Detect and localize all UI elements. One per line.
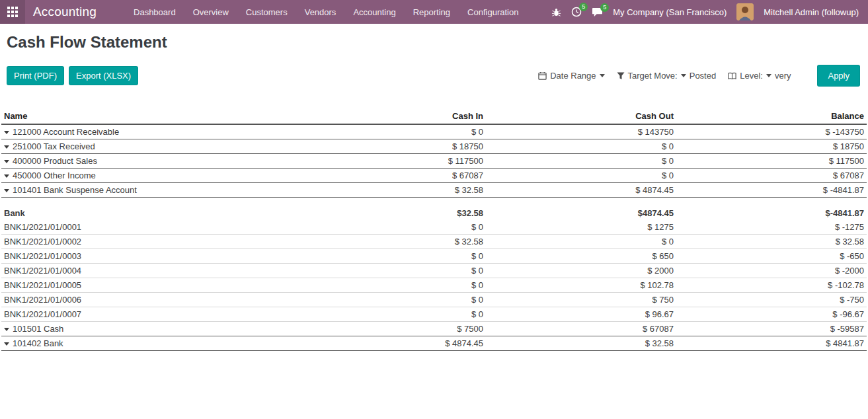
cell-balance: $ -4841.87 bbox=[676, 183, 867, 198]
cell-name: 101402 Bank bbox=[1, 336, 296, 351]
cell-cash-in: $ 0 bbox=[296, 278, 486, 293]
user-menu[interactable]: Mitchell Admin (followup) bbox=[764, 7, 859, 17]
cell-cash-in: $ 117500 bbox=[296, 154, 486, 169]
account-row[interactable]: 400000 Product Sales$ 117500$ 0$ 117500 bbox=[1, 154, 867, 169]
cell-cash-in: $ 0 bbox=[296, 293, 486, 307]
section-row: Bank$32.58$4874.45$-4841.87 bbox=[1, 198, 867, 221]
cell-balance: $ -2000 bbox=[676, 264, 867, 278]
cell-name: 101501 Cash bbox=[1, 322, 296, 336]
debug-bug-icon[interactable] bbox=[551, 7, 561, 17]
grid-icon bbox=[7, 7, 18, 17]
header-balance: Balance bbox=[676, 109, 867, 124]
controls-row: Print (PDF) Export (XLSX) Date Range Tar… bbox=[0, 65, 868, 87]
account-row[interactable]: 101401 Bank Suspense Account$ 32.58$ 487… bbox=[1, 183, 867, 198]
detail-row: BNK1/2021/01/0006$ 0$ 750$ -750 bbox=[1, 293, 867, 307]
company-switcher[interactable]: My Company (San Francisco) bbox=[613, 7, 727, 17]
header-cash-out: Cash Out bbox=[486, 109, 676, 124]
cell-cash-out: $ 67087 bbox=[486, 322, 676, 336]
messages-chat-icon[interactable]: 5 bbox=[592, 7, 603, 17]
row-label: 251000 Tax Received bbox=[13, 141, 95, 151]
menu-item-accounting[interactable]: Accounting bbox=[353, 7, 395, 17]
account-row[interactable]: 121000 Account Receivable$ 0$ 143750$ -1… bbox=[1, 124, 867, 139]
expand-caret-icon[interactable] bbox=[4, 174, 9, 178]
date-range-filter[interactable]: Date Range bbox=[538, 71, 604, 81]
user-avatar[interactable] bbox=[736, 3, 754, 20]
row-label: 101401 Bank Suspense Account bbox=[13, 185, 137, 195]
row-label: BNK1/2021/01/0006 bbox=[4, 295, 81, 305]
detail-row: BNK1/2021/01/0003$ 0$ 650$ -650 bbox=[1, 249, 867, 264]
menu-item-reporting[interactable]: Reporting bbox=[413, 7, 450, 17]
cell-name: 450000 Other Income bbox=[1, 169, 296, 183]
top-nav: DashboardOverviewCustomersVendorsAccount… bbox=[134, 7, 518, 17]
level-label: Level: bbox=[740, 71, 763, 81]
row-label: BNK1/2021/01/0003 bbox=[4, 251, 81, 261]
menu-item-customers[interactable]: Customers bbox=[246, 7, 288, 17]
apply-button[interactable]: Apply bbox=[817, 65, 860, 87]
chevron-down-icon bbox=[600, 74, 605, 77]
detail-row: BNK1/2021/01/0002$ 32.58$ 0$ 32.58 bbox=[1, 235, 867, 249]
expand-caret-icon[interactable] bbox=[4, 160, 9, 163]
row-label: BNK1/2021/01/0004 bbox=[4, 266, 81, 276]
level-value: very bbox=[775, 71, 791, 81]
account-row[interactable]: 251000 Tax Received$ 18750$ 0$ 18750 bbox=[1, 139, 867, 154]
cell-cash-in: $ 0 bbox=[296, 124, 486, 139]
cell-balance: $ -102.78 bbox=[676, 278, 867, 293]
row-label: 400000 Product Sales bbox=[13, 156, 97, 166]
chevron-down-icon bbox=[766, 74, 771, 77]
cell-cash-out: $4874.45 bbox=[486, 198, 676, 221]
expand-caret-icon[interactable] bbox=[4, 145, 9, 149]
cell-cash-in: $ 32.58 bbox=[296, 183, 486, 198]
cell-balance: $ 18750 bbox=[676, 139, 867, 154]
chevron-down-icon bbox=[681, 74, 686, 77]
menu-item-dashboard[interactable]: Dashboard bbox=[134, 7, 176, 17]
cell-balance: $ -1275 bbox=[676, 220, 867, 235]
cell-name: BNK1/2021/01/0002 bbox=[1, 235, 296, 249]
topbar-right: 5 5 My Company (San Francisco) Mitchell … bbox=[551, 3, 868, 20]
topbar: Accounting DashboardOverviewCustomersVen… bbox=[0, 0, 868, 24]
row-label: Bank bbox=[4, 208, 25, 218]
detail-row: BNK1/2021/01/0007$ 0$ 96.67$ -96.67 bbox=[1, 307, 867, 322]
cell-balance: $ -650 bbox=[676, 249, 867, 264]
expand-caret-icon[interactable] bbox=[4, 131, 9, 134]
cell-cash-out: $ 102.78 bbox=[486, 278, 676, 293]
cell-name: BNK1/2021/01/0007 bbox=[1, 307, 296, 322]
row-label: 101402 Bank bbox=[13, 338, 63, 348]
detail-row: BNK1/2021/01/0004$ 0$ 2000$ -2000 bbox=[1, 264, 867, 278]
cell-name: 121000 Account Receivable bbox=[1, 124, 296, 139]
cell-cash-out: $ 96.67 bbox=[486, 307, 676, 322]
cell-name: BNK1/2021/01/0001 bbox=[1, 220, 296, 235]
cell-balance: $ 32.58 bbox=[676, 235, 867, 249]
header-cash-in: Cash In bbox=[296, 109, 486, 124]
cell-cash-in: $ 7500 bbox=[296, 322, 486, 336]
print-pdf-button[interactable]: Print (PDF) bbox=[7, 66, 64, 85]
target-move-filter[interactable]: Target Move: Posted bbox=[617, 71, 717, 81]
level-filter[interactable]: Level: very bbox=[728, 71, 791, 81]
row-label: BNK1/2021/01/0002 bbox=[4, 237, 81, 247]
expand-caret-icon[interactable] bbox=[4, 342, 9, 346]
account-row[interactable]: 450000 Other Income$ 67087$ 0$ 67087 bbox=[1, 169, 867, 183]
expand-caret-icon[interactable] bbox=[4, 328, 9, 331]
cell-cash-in: $32.58 bbox=[296, 198, 486, 221]
funnel-icon bbox=[617, 72, 625, 80]
cell-balance: $ 4841.87 bbox=[676, 336, 867, 351]
row-label: BNK1/2021/01/0005 bbox=[4, 280, 81, 290]
expand-caret-icon[interactable] bbox=[4, 189, 9, 192]
messages-badge: 5 bbox=[600, 3, 609, 12]
cell-cash-out: $ 0 bbox=[486, 235, 676, 249]
cell-name: BNK1/2021/01/0006 bbox=[1, 293, 296, 307]
cell-cash-out: $ 2000 bbox=[486, 264, 676, 278]
apps-menu-icon[interactable] bbox=[0, 0, 25, 24]
account-row[interactable]: 101501 Cash$ 7500$ 67087$ -59587 bbox=[1, 322, 867, 336]
cell-balance: $ -59587 bbox=[676, 322, 867, 336]
menu-item-overview[interactable]: Overview bbox=[193, 7, 229, 17]
cell-cash-out: $ 0 bbox=[486, 154, 676, 169]
brand-title: Accounting bbox=[33, 5, 97, 19]
export-xlsx-button[interactable]: Export (XLSX) bbox=[69, 66, 138, 85]
activities-clock-icon[interactable]: 5 bbox=[571, 7, 582, 17]
cell-cash-out: $ 32.58 bbox=[486, 336, 676, 351]
menu-item-vendors[interactable]: Vendors bbox=[305, 7, 336, 17]
cell-cash-out: $ 0 bbox=[486, 169, 676, 183]
account-row[interactable]: 101402 Bank$ 4874.45$ 32.58$ 4841.87 bbox=[1, 336, 867, 351]
menu-item-configuration[interactable]: Configuration bbox=[467, 7, 518, 17]
cell-cash-out: $ 0 bbox=[486, 139, 676, 154]
